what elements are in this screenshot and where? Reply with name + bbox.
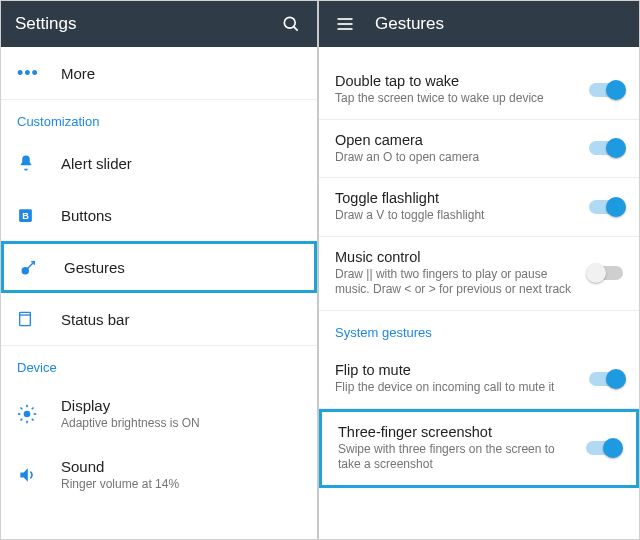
gestures-appbar: Gestures: [319, 1, 639, 47]
flashlight-sub: Draw a V to toggle flashlight: [335, 208, 579, 224]
gestures-icon: [20, 258, 64, 276]
buttons-label: Buttons: [61, 207, 301, 224]
music-sub: Draw || with two fingers to play or paus…: [335, 267, 579, 298]
gestures-label: Gestures: [64, 259, 298, 276]
display-label: Display: [61, 397, 301, 414]
svg-point-0: [284, 17, 295, 28]
volume-icon: [17, 465, 61, 485]
alert-slider-label: Alert slider: [61, 155, 301, 172]
screenshot-sub: Swipe with three fingers on the screen t…: [338, 442, 576, 473]
gestures-pane: Gestures Double tap to wake Tap the scre…: [319, 1, 639, 539]
screenshot-label: Three-finger screenshot: [338, 424, 576, 440]
settings-item-display[interactable]: Display Adaptive brightness is ON: [1, 383, 317, 444]
open-camera-label: Open camera: [335, 132, 579, 148]
music-toggle[interactable]: [589, 266, 623, 280]
brightness-icon: [17, 404, 61, 424]
settings-title: Settings: [15, 14, 76, 34]
sound-label: Sound: [61, 458, 301, 475]
more-label: More: [61, 65, 301, 82]
double-tap-label: Double tap to wake: [335, 73, 579, 89]
music-label: Music control: [335, 249, 579, 265]
search-icon[interactable]: [279, 12, 303, 36]
svg-line-1: [294, 27, 298, 31]
gesture-flashlight[interactable]: Toggle flashlight Draw a V to toggle fla…: [319, 178, 639, 237]
flashlight-toggle[interactable]: [589, 200, 623, 214]
svg-point-7: [24, 410, 31, 417]
open-camera-sub: Draw an O to open camera: [335, 150, 579, 166]
gesture-three-finger-screenshot[interactable]: Three-finger screenshot Swipe with three…: [319, 409, 639, 488]
settings-pane: Settings ••• More Customization Alert sl…: [1, 1, 319, 539]
double-tap-sub: Tap the screen twice to wake up device: [335, 91, 579, 107]
svg-line-13: [32, 418, 34, 420]
display-sub: Adaptive brightness is ON: [61, 416, 301, 430]
sound-sub: Ringer volume at 14%: [61, 477, 301, 491]
flip-label: Flip to mute: [335, 362, 579, 378]
gesture-music-control[interactable]: Music control Draw || with two fingers t…: [319, 237, 639, 311]
gesture-flip-mute[interactable]: Flip to mute Flip the device on incoming…: [319, 350, 639, 409]
app-frame: Settings ••• More Customization Alert sl…: [0, 0, 640, 540]
svg-line-12: [21, 407, 23, 409]
settings-item-alert-slider[interactable]: Alert slider: [1, 137, 317, 189]
flip-sub: Flip the device on incoming call to mute…: [335, 380, 579, 396]
buttons-icon: B: [17, 207, 61, 224]
settings-appbar: Settings: [1, 1, 317, 47]
screenshot-toggle[interactable]: [586, 441, 620, 455]
section-system-gestures: System gestures: [319, 311, 639, 350]
settings-item-sound[interactable]: Sound Ringer volume at 14%: [1, 444, 317, 509]
svg-line-15: [32, 407, 34, 409]
section-customization: Customization: [1, 100, 317, 137]
flashlight-label: Toggle flashlight: [335, 190, 579, 206]
more-dots-icon: •••: [17, 63, 39, 84]
status-bar-label: Status bar: [61, 311, 301, 328]
gestures-title: Gestures: [375, 14, 444, 34]
section-device: Device: [1, 346, 317, 383]
settings-item-more[interactable]: ••• More: [1, 47, 317, 99]
double-tap-toggle[interactable]: [589, 83, 623, 97]
settings-item-buttons[interactable]: B Buttons: [1, 189, 317, 241]
svg-text:B: B: [22, 211, 29, 221]
settings-item-status-bar[interactable]: Status bar: [1, 293, 317, 345]
hamburger-menu-icon[interactable]: [333, 12, 357, 36]
gesture-double-tap[interactable]: Double tap to wake Tap the screen twice …: [319, 61, 639, 120]
settings-item-gestures[interactable]: Gestures: [1, 241, 317, 293]
bell-icon: [17, 154, 61, 172]
flip-toggle[interactable]: [589, 372, 623, 386]
gesture-open-camera[interactable]: Open camera Draw an O to open camera: [319, 120, 639, 179]
open-camera-toggle[interactable]: [589, 141, 623, 155]
status-bar-icon: [17, 310, 61, 328]
svg-line-14: [21, 418, 23, 420]
